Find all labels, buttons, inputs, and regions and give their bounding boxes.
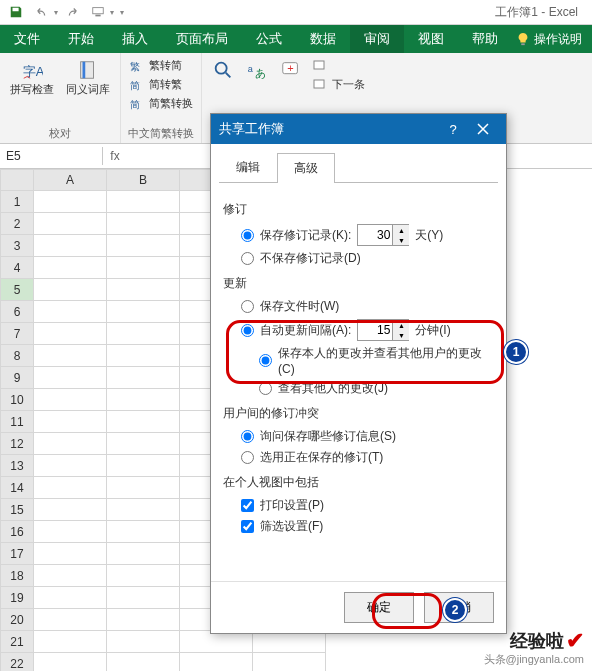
row-header[interactable]: 21 (1, 631, 34, 653)
include-print-checkbox[interactable] (241, 499, 254, 512)
use-saving-radio[interactable] (241, 451, 254, 464)
row-header[interactable]: 3 (1, 235, 34, 257)
spin-down[interactable]: ▼ (393, 330, 409, 340)
cell[interactable] (107, 433, 180, 455)
trad-to-simp-button[interactable]: 繁 繁转简 (127, 57, 195, 75)
cell[interactable] (34, 499, 107, 521)
thesaurus-button[interactable]: 同义词库 (62, 57, 114, 98)
include-filter-checkbox[interactable] (241, 520, 254, 533)
tab-formulas[interactable]: 公式 (242, 25, 296, 53)
help-button[interactable]: ? (438, 114, 468, 144)
tab-help[interactable]: 帮助 (458, 25, 512, 53)
row-header[interactable]: 9 (1, 367, 34, 389)
cell[interactable] (34, 477, 107, 499)
qat-custom-button[interactable] (86, 2, 110, 22)
cell[interactable] (34, 587, 107, 609)
auto-minutes-spinner[interactable]: ▲▼ (357, 319, 409, 341)
cell[interactable] (34, 301, 107, 323)
row-header[interactable]: 5 (1, 279, 34, 301)
cell[interactable] (34, 235, 107, 257)
qat-undo-drop[interactable]: ▾ (54, 8, 58, 17)
cell[interactable] (107, 543, 180, 565)
prev-comment-button[interactable] (310, 57, 367, 75)
row-header[interactable]: 19 (1, 587, 34, 609)
row-header[interactable]: 15 (1, 499, 34, 521)
cell[interactable] (107, 257, 180, 279)
keep-history-radio[interactable] (241, 229, 254, 242)
cell[interactable] (107, 587, 180, 609)
cell[interactable] (34, 279, 107, 301)
row-header[interactable]: 8 (1, 345, 34, 367)
row-header[interactable]: 1 (1, 191, 34, 213)
spell-check-button[interactable]: 字A 拼写检查 (6, 57, 58, 98)
cell[interactable] (107, 565, 180, 587)
auto-minutes-input[interactable] (358, 320, 392, 340)
cell[interactable] (34, 213, 107, 235)
tab-pagelayout[interactable]: 页面布局 (162, 25, 242, 53)
cell[interactable] (34, 191, 107, 213)
spin-down[interactable]: ▼ (393, 235, 409, 245)
cell[interactable] (34, 653, 107, 672)
cancel-button[interactable]: 取消 (424, 592, 494, 623)
ask-which-radio[interactable] (241, 430, 254, 443)
cell[interactable] (34, 257, 107, 279)
qat-customize-drop[interactable]: ▾ (120, 8, 124, 17)
auto-update-radio[interactable] (241, 324, 254, 337)
cell[interactable] (34, 455, 107, 477)
row-header[interactable]: 7 (1, 323, 34, 345)
row-header[interactable]: 2 (1, 213, 34, 235)
cell[interactable] (34, 345, 107, 367)
cell[interactable] (107, 389, 180, 411)
cell[interactable] (253, 653, 326, 672)
keep-days-spinner[interactable]: ▲▼ (357, 224, 409, 246)
cell[interactable] (34, 521, 107, 543)
row-header[interactable]: 18 (1, 565, 34, 587)
row-header[interactable]: 10 (1, 389, 34, 411)
translate-button[interactable]: aあ (242, 57, 272, 83)
col-header[interactable]: B (107, 170, 180, 191)
row-header[interactable]: 13 (1, 455, 34, 477)
cell[interactable] (107, 279, 180, 301)
cell[interactable] (107, 521, 180, 543)
row-header[interactable]: 17 (1, 543, 34, 565)
cell[interactable] (34, 411, 107, 433)
cell[interactable] (34, 565, 107, 587)
tab-data[interactable]: 数据 (296, 25, 350, 53)
update-when-save-radio[interactable] (241, 300, 254, 313)
tab-review[interactable]: 审阅 (350, 25, 404, 53)
cell[interactable] (34, 323, 107, 345)
simp-to-trad-button[interactable]: 简 简转繁 (127, 76, 195, 94)
cell[interactable] (107, 235, 180, 257)
smart-lookup-button[interactable] (208, 57, 238, 83)
new-comment-button[interactable]: + (276, 57, 306, 83)
cell[interactable] (180, 653, 253, 672)
row-header[interactable]: 16 (1, 521, 34, 543)
cell[interactable] (107, 631, 180, 653)
cell[interactable] (107, 411, 180, 433)
just-see-others-radio[interactable] (259, 382, 272, 395)
cell[interactable] (107, 191, 180, 213)
row-header[interactable]: 6 (1, 301, 34, 323)
tell-me-label[interactable]: 操作说明 (534, 31, 582, 48)
qat-custom-drop[interactable]: ▾ (110, 8, 114, 17)
cell[interactable] (107, 301, 180, 323)
tab-file[interactable]: 文件 (0, 25, 54, 53)
row-header[interactable]: 14 (1, 477, 34, 499)
row-header[interactable]: 12 (1, 433, 34, 455)
cell[interactable] (107, 455, 180, 477)
next-comment-button[interactable]: 下一条 (310, 76, 367, 94)
cell[interactable] (107, 609, 180, 631)
qat-save-button[interactable] (4, 2, 28, 22)
tab-insert[interactable]: 插入 (108, 25, 162, 53)
simp-trad-convert-button[interactable]: 简 简繁转换 (127, 95, 195, 113)
cell[interactable] (34, 433, 107, 455)
keep-days-input[interactable] (358, 225, 392, 245)
cell[interactable] (107, 477, 180, 499)
row-header[interactable]: 11 (1, 411, 34, 433)
close-button[interactable] (468, 114, 498, 144)
row-header[interactable]: 22 (1, 653, 34, 672)
ok-button[interactable]: 确定 (344, 592, 414, 623)
tab-home[interactable]: 开始 (54, 25, 108, 53)
select-all-corner[interactable] (1, 170, 34, 191)
dialog-tab-advanced[interactable]: 高级 (277, 153, 335, 183)
